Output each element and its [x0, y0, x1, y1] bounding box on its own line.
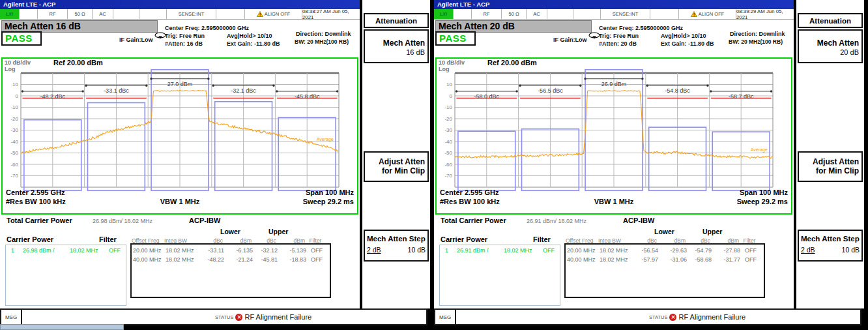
total-carrier-power-value: 26.91 dBm/ 18.02 MHz	[527, 218, 586, 224]
offset-row: 40.00 MHz18.02 MHz-48.22-21.24-45.81-18.…	[132, 255, 330, 264]
bw-annotations: #Res BW 100 kHz VBW 1 MHz Sweep 29.2 ms	[3, 198, 357, 205]
step-option-10db[interactable]: 10 dB	[408, 246, 426, 254]
step-option-2db[interactable]: 2 dB	[801, 246, 815, 254]
svg-text:-54.8 dBc: -54.8 dBc	[665, 87, 690, 94]
svg-text:-48.2 dBc: -48.2 dBc	[40, 93, 66, 100]
sense-indicator: SENSE:INT	[601, 9, 650, 19]
svg-text:-60: -60	[444, 162, 452, 168]
if-gain-label: IF Gain:Low	[119, 37, 153, 43]
rf-indicator: RF	[38, 9, 68, 19]
svg-text:-20: -20	[10, 116, 18, 122]
datetime: 08:39:29 AM Jun 05, 2021	[736, 9, 794, 19]
sweep-annotation: Sweep 29.2 ms	[633, 198, 788, 205]
svg-text:-70: -70	[444, 173, 452, 179]
msg-label: MSG	[435, 310, 456, 324]
spectrum-display: 100-10-20-30-40-50-60-70-48.2 dBc-33.1 d…	[1, 57, 358, 215]
offset-cell: 20.00 MHz	[133, 247, 166, 254]
status-cell	[547, 9, 573, 19]
mech-atten-step-button[interactable]: Mech Atten Step 2 dB 10 dB	[364, 230, 429, 262]
sidebar-menu-title: Attenuation	[798, 13, 863, 28]
svg-text:-30: -30	[444, 127, 452, 133]
ref-level-label: Ref 20.00 dBm	[487, 59, 537, 67]
ext-gain-label: Ext Gain: -11.80 dB	[661, 40, 714, 47]
adjust-atten-line2: for Min Clip	[365, 166, 425, 175]
total-carrier-power-label: Total Carrier Power	[441, 217, 506, 224]
adjust-atten-button[interactable]: Adjust Atten for Min Clip	[364, 151, 429, 182]
svg-text:26.9 dBm: 26.9 dBm	[601, 81, 627, 87]
step-option-10db[interactable]: 10 dB	[842, 246, 860, 254]
mech-atten-step-label: Mech Atten Step	[801, 235, 860, 243]
svg-text:-50: -50	[10, 150, 18, 156]
direction-label: Direction: Downlink	[730, 31, 785, 37]
svg-text:Average: Average	[751, 147, 768, 153]
status-area: STATUS ✕ RF Alignment Failure	[215, 310, 311, 324]
trigger-label: Trig: Free Run	[599, 33, 639, 39]
svg-text:27.0 dBm: 27.0 dBm	[167, 81, 193, 87]
mech-atten-button[interactable]: Mech Atten 20 dB	[798, 29, 863, 63]
direction-label: Direction: Downlink	[296, 31, 351, 37]
offset-cell: -33.11	[199, 247, 224, 254]
analyzer-panel: Agilent LTE - ACP LXI RF 50 Ω AC SENSE:I…	[434, 0, 868, 330]
svg-text:!: !	[693, 12, 695, 17]
offset-cell: 40.00 MHz	[133, 256, 166, 263]
error-icon: ✕	[235, 314, 242, 321]
svg-text:-40: -40	[444, 139, 452, 145]
svg-text:-20: -20	[444, 116, 452, 122]
atten-label: #Atten: 20 dB	[599, 40, 637, 47]
offset-cell: -5.139	[278, 247, 306, 254]
status-message: RF Alignment Failure	[678, 313, 745, 321]
mech-atten-button-label: Mech Atten	[365, 38, 425, 48]
message-bar: MSG STATUS ✕ RF Alignment Failure	[434, 308, 861, 325]
offset-cell: -58.68	[687, 256, 712, 263]
carrier-row: 1 26.91 dBm / 18.02 MHz OFF	[440, 245, 560, 254]
center-annotation: Center 2.595 GHz	[440, 188, 499, 196]
svg-text:-58.0 dBc: -58.0 dBc	[474, 93, 500, 100]
lower-column-header: Lower	[220, 228, 240, 235]
offset-cell: -18.83	[278, 256, 306, 263]
offset-row: 20.00 MHz18.02 MHz-56.54-29.63-54.79-27.…	[566, 246, 764, 255]
svg-text:-45.8 dBc: -45.8 dBc	[295, 93, 320, 100]
svg-text:-56.5 dBc: -56.5 dBc	[538, 87, 563, 94]
mech-atten-button-label: Mech Atten	[799, 38, 859, 48]
offset-cell: -48.22	[199, 256, 224, 263]
offset-table: 20.00 MHz18.02 MHz-33.11-6.135-32.12-5.1…	[130, 243, 331, 298]
status-label: STATUS	[649, 314, 667, 320]
svg-text:10: 10	[446, 82, 452, 87]
scale-label: 10 dB/div	[5, 59, 31, 66]
ref-level-label: Ref 20.00 dBm	[53, 59, 103, 67]
status-cell	[573, 9, 601, 19]
total-carrier-power-label: Total Carrier Power	[7, 217, 72, 224]
offset-row: 40.00 MHz18.02 MHz-57.97-31.06-58.68-31.…	[566, 255, 764, 264]
svg-text:-60: -60	[10, 162, 18, 168]
bw-label: BW: 20 MHz(100 RB)	[295, 38, 349, 45]
step-option-2db[interactable]: 2 dB	[367, 246, 381, 254]
offset-row: 20.00 MHz18.02 MHz-33.11-6.135-32.12-5.1…	[132, 246, 330, 255]
svg-text:10: 10	[12, 82, 18, 87]
status-cell	[20, 9, 38, 19]
adjust-atten-button[interactable]: Adjust Atten for Min Clip	[798, 151, 863, 182]
offset-cell: -54.79	[687, 247, 712, 254]
upper-column-header: Upper	[702, 228, 722, 235]
offset-cell: OFF	[740, 256, 761, 263]
vbw-annotation: VBW 1 MHz	[594, 198, 634, 205]
ac-coupling-indicator: AC	[93, 9, 113, 19]
offset-cell: 20.00 MHz	[567, 247, 600, 254]
offset-table: 20.00 MHz18.02 MHz-56.54-29.63-54.79-27.…	[564, 243, 765, 298]
svg-text:-32.1 dBc: -32.1 dBc	[231, 87, 256, 94]
mech-atten-step-button[interactable]: Mech Atten Step 2 dB 10 dB	[798, 230, 863, 262]
adjust-atten-line2: for Min Clip	[799, 166, 859, 175]
mech-atten-step-label: Mech Atten Step	[367, 235, 426, 243]
offset-cell: 18.02 MHz	[600, 256, 633, 263]
svg-text:-30: -30	[10, 127, 18, 133]
status-cell	[650, 9, 679, 19]
sense-indicator: SENSE:INT	[167, 9, 216, 19]
mech-atten-button[interactable]: Mech Atten 16 dB	[364, 29, 429, 63]
warning-icon: !	[691, 11, 697, 17]
warning-icon: !	[257, 11, 263, 17]
ext-gain-label: Ext Gain: -11.80 dB	[227, 40, 280, 47]
avg-hold-label: Avg|Hold> 10/10	[227, 33, 272, 39]
bw-annotations: #Res BW 100 kHz VBW 1 MHz Sweep 29.2 ms	[437, 198, 791, 205]
acp-ibw-label: ACP-IBW	[189, 217, 220, 224]
carrier-filter-value: OFF	[543, 247, 561, 254]
offset-cell: 18.02 MHz	[600, 247, 633, 254]
